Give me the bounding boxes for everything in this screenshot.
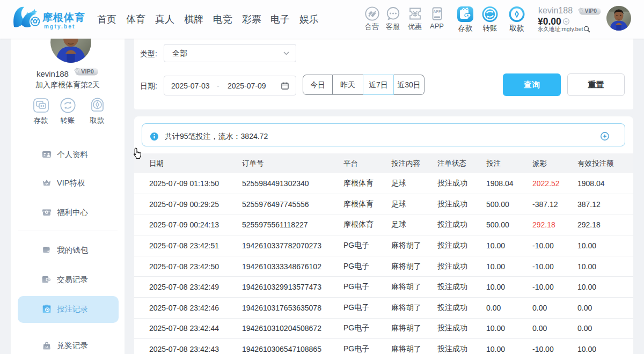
svg-text:APP: APP	[433, 10, 441, 13]
svg-text:VIP0: VIP0	[81, 68, 94, 75]
svg-text:VIP0: VIP0	[584, 8, 597, 14]
